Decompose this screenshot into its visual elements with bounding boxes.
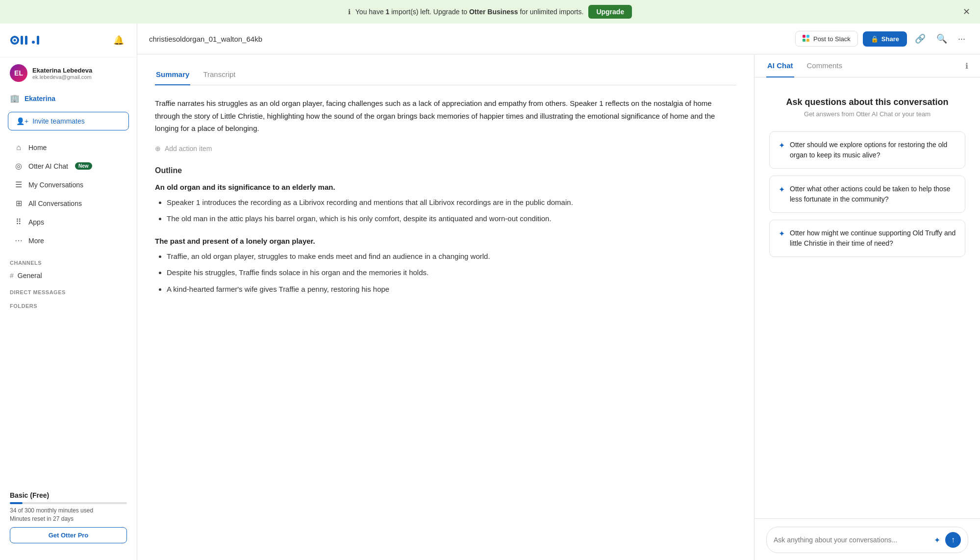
sparkle-icon-1: ✦: [779, 141, 785, 150]
sidebar-item-label: All Conversations: [28, 200, 82, 207]
otter-logo: [10, 31, 45, 49]
workspace-item[interactable]: 🏢 Ekaterina: [0, 89, 137, 108]
user-profile[interactable]: EL Ekaterina Lebedeva ek.lebedeva@gmail.…: [0, 57, 137, 89]
sidebar-item-my-conversations[interactable]: ☰ My Conversations: [4, 176, 133, 194]
sidebar-item-label: More: [28, 237, 44, 245]
ai-chat-panel: AI Chat Comments ℹ Ask questions about t…: [754, 54, 980, 560]
banner-close-button[interactable]: ✕: [963, 6, 970, 17]
bell-button[interactable]: 🔔: [110, 32, 127, 49]
sidebar-item-label: Otter AI Chat: [28, 162, 68, 170]
bullet-item: The old man in the attic plays his barre…: [167, 212, 736, 225]
outline-section-2-title: The past and present of a lonely organ p…: [155, 237, 736, 245]
tab-transcript[interactable]: Transcript: [202, 66, 236, 85]
add-action-item[interactable]: ⊕ Add action item: [155, 145, 736, 153]
sidebar-item-apps[interactable]: ⠿ Apps: [4, 213, 133, 231]
sidebar-item-label: My Conversations: [28, 181, 83, 189]
info-icon: ℹ: [348, 8, 351, 16]
channels-label: CHANNELS: [0, 254, 137, 268]
svg-point-7: [32, 41, 35, 44]
send-button[interactable]: ↑: [945, 532, 961, 548]
top-actions: Post to Slack 🔒 Share 🔗 🔍 ···: [795, 30, 968, 47]
sidebar-item-all-conversations[interactable]: ⊞ All Conversations: [4, 194, 133, 212]
sidebar-item-label: Home: [28, 144, 47, 152]
chat-input[interactable]: [774, 536, 929, 544]
outline-section-1: An old organ and its significance to an …: [155, 183, 736, 225]
doc-title: christiesoldorgan_01_walton_64kb: [149, 35, 262, 43]
svg-rect-6: [25, 36, 27, 45]
usage-text: 34 of 300 monthly minutes used: [10, 507, 127, 514]
home-icon: ⌂: [14, 143, 24, 152]
slack-icon: [803, 35, 810, 43]
chat-tab-group: AI Chat Comments: [766, 54, 843, 77]
add-action-icon: ⊕: [155, 145, 161, 153]
hash-icon: #: [10, 272, 14, 280]
more-options-button[interactable]: ···: [955, 31, 968, 47]
suggestion-text-1: Otter should we explore options for rest…: [790, 140, 956, 160]
sidebar-item-home[interactable]: ⌂ Home: [4, 139, 133, 156]
banner-text: You have 1 import(s) left. Upgrade to Ot…: [355, 8, 584, 16]
content-area: christiesoldorgan_01_walton_64kb Post to…: [137, 24, 980, 560]
channel-general[interactable]: # General: [0, 268, 137, 283]
chat-body: Ask questions about this conversation Ge…: [754, 77, 980, 518]
chat-tabs: AI Chat Comments ℹ: [754, 54, 980, 77]
invite-label: Invite teammates: [32, 117, 85, 125]
ask-subheading: Get answers from Otter AI Chat or your t…: [804, 110, 930, 118]
tab-comments[interactable]: Comments: [806, 54, 844, 77]
post-to-slack-button[interactable]: Post to Slack: [795, 31, 858, 47]
suggestion-text-2: Otter what other actions could be taken …: [790, 184, 956, 204]
split-content: Summary Transcript Traffie narrates his …: [137, 54, 980, 560]
outline-bullets-2: Traffie, an old organ player, struggles …: [155, 250, 736, 296]
folders-label: FOLDERS: [0, 297, 137, 311]
avatar: EL: [10, 64, 27, 82]
link-button[interactable]: 🔗: [912, 30, 929, 47]
sidebar-item-otter-ai-chat[interactable]: ◎ Otter AI Chat New: [4, 157, 133, 175]
logo-svg: [10, 31, 45, 49]
sidebar: 🔔 EL Ekaterina Lebedeva ek.lebedeva@gmai…: [0, 24, 137, 560]
outline-section-2: The past and present of a lonely organ p…: [155, 237, 736, 296]
apps-icon: ⠿: [14, 217, 24, 227]
get-otter-pro-button[interactable]: Get Otter Pro: [10, 527, 127, 543]
top-bar: christiesoldorgan_01_walton_64kb Post to…: [137, 24, 980, 54]
sidebar-item-more[interactable]: ⋯ More: [4, 231, 133, 250]
suggestion-card-2[interactable]: ✦ Otter what other actions could be take…: [769, 176, 965, 213]
more-icon: ⋯: [14, 236, 24, 245]
sparkle-button[interactable]: ✦: [934, 535, 940, 545]
my-conversations-icon: ☰: [14, 180, 24, 189]
svg-rect-11: [806, 35, 809, 38]
tab-ai-chat[interactable]: AI Chat: [766, 54, 794, 77]
doc-area: Summary Transcript Traffie narrates his …: [137, 54, 754, 560]
invite-icon: 👤+: [16, 117, 28, 125]
search-button[interactable]: 🔍: [933, 30, 950, 47]
sidebar-header: 🔔: [0, 24, 137, 57]
add-action-label: Add action item: [165, 145, 212, 153]
svg-rect-9: [37, 36, 39, 40]
sidebar-footer: Basic (Free) 34 of 300 monthly minutes u…: [0, 484, 137, 551]
ask-heading: Ask questions about this conversation: [786, 97, 948, 107]
main-layout: 🔔 EL Ekaterina Lebedeva ek.lebedeva@gmai…: [0, 24, 980, 560]
plan-label: Basic (Free): [10, 491, 127, 499]
outline-section-1-title: An old organ and its significance to an …: [155, 183, 736, 191]
invite-teammates-button[interactable]: 👤+ Invite teammates: [8, 112, 129, 130]
usage-bar: [10, 502, 127, 504]
chat-info-icon[interactable]: ℹ: [965, 61, 968, 71]
outline-bullets-1: Speaker 1 introduces the recording as a …: [155, 196, 736, 225]
suggestion-card-1[interactable]: ✦ Otter should we explore options for re…: [769, 131, 965, 169]
sparkle-icon-2: ✦: [779, 185, 785, 194]
sparkle-icon-3: ✦: [779, 229, 785, 238]
share-label: Share: [881, 35, 899, 43]
bullet-item: Speaker 1 introduces the recording as a …: [167, 196, 736, 209]
share-button[interactable]: 🔒 Share: [863, 31, 907, 47]
outline-heading: Outline: [155, 166, 736, 175]
suggestion-card-3[interactable]: ✦ Otter how might we continue supporting…: [769, 220, 965, 257]
otter-ai-chat-icon: ◎: [14, 161, 24, 171]
channel-label: General: [18, 272, 42, 280]
tab-summary[interactable]: Summary: [155, 66, 190, 85]
sidebar-item-label: Apps: [28, 218, 44, 226]
upgrade-button[interactable]: Upgrade: [588, 5, 632, 19]
share-icon: 🔒: [871, 35, 879, 43]
new-badge: New: [75, 162, 92, 170]
nav-section: ⌂ Home ◎ Otter AI Chat New ☰ My Conversa…: [0, 134, 137, 254]
post-to-slack-label: Post to Slack: [813, 35, 851, 43]
reset-text: Minutes reset in 27 days: [10, 515, 127, 522]
user-email: ek.lebedeva@gmail.com: [32, 74, 92, 80]
